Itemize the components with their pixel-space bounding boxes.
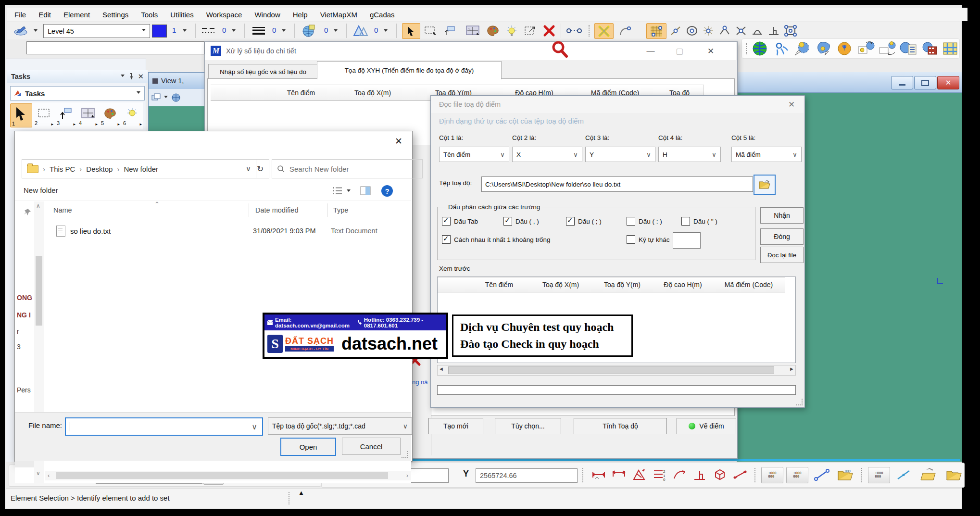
menu-window[interactable]: Window xyxy=(254,11,280,19)
line-style-icon[interactable] xyxy=(200,25,217,37)
color-dropdown-arrow[interactable] xyxy=(183,29,187,34)
zoom-search-icon[interactable] xyxy=(551,40,568,58)
doc-lai-file-button[interactable]: Đọc lại file xyxy=(760,247,804,263)
checkbox-box[interactable] xyxy=(681,217,690,226)
snap-perpendicular-icon[interactable] xyxy=(766,24,781,38)
dialog-xuly-titlebar[interactable]: M Xử lý số liệu đo chi tiết — ▢ ✕ xyxy=(205,42,736,60)
checkbox-box[interactable] xyxy=(566,217,575,226)
partial-link-text[interactable]: ng nà xyxy=(412,378,428,386)
xyz-label-icon[interactable] xyxy=(868,467,890,483)
sort-ascending-chevron[interactable]: ⌃ xyxy=(154,201,160,208)
file-path-input[interactable]: C:\Users\MSI\Desktop\New folder\so lieu … xyxy=(481,176,753,192)
snap-center-icon[interactable] xyxy=(685,24,699,38)
task-palette-tool[interactable]: 5 ▸ xyxy=(100,103,121,126)
breadcrumb-bar[interactable]: › This PC › Desktop › New folder ∨ xyxy=(22,159,256,178)
file-list-hscrollbar[interactable]: ‹ › xyxy=(45,471,411,480)
geographic-globe-icon[interactable] xyxy=(751,40,769,57)
checkbox-dau-nhay[interactable]: Dấu ( " ) xyxy=(681,217,717,226)
cancel-button[interactable]: Cancel xyxy=(342,438,401,455)
ky-t u-khac-input[interactable] xyxy=(673,232,701,249)
measure-radius-icon[interactable] xyxy=(610,467,628,482)
view-mode-arrow[interactable] xyxy=(347,189,351,194)
checkbox-dau-tab[interactable]: Dấu Tab xyxy=(442,217,478,226)
view-display-mode-icon[interactable] xyxy=(151,93,161,102)
column-header-type[interactable]: Type xyxy=(333,206,348,214)
explorer-close-button[interactable]: ✕ xyxy=(389,133,408,149)
browse-file-button[interactable] xyxy=(754,175,776,195)
y-coordinate-input[interactable] xyxy=(476,468,578,483)
scroll-left-arrow[interactable]: ◄ xyxy=(439,366,444,372)
breadcrumb-desktop[interactable]: Desktop xyxy=(86,165,113,173)
status-popup-arrow[interactable]: ▲ xyxy=(298,489,304,496)
file-name-dropdown-arrow[interactable]: ∨ xyxy=(251,422,257,431)
hscroll-thumb[interactable] xyxy=(56,472,388,479)
preview-pane-icon[interactable] xyxy=(360,186,371,196)
measure-length-icon[interactable] xyxy=(671,467,688,482)
scroll-right-arrow[interactable]: ► xyxy=(789,366,794,372)
dialog-xuly-restore[interactable]: ▢ xyxy=(669,42,690,60)
xyz-text-export-icon[interactable] xyxy=(761,467,783,483)
task-bulb-tool[interactable]: 6 ▸ xyxy=(122,103,143,126)
pv-col-toa-do-y[interactable]: Toạ độ Y(m) xyxy=(591,277,653,292)
view-display-mode-arrow[interactable] xyxy=(164,96,168,100)
slope-line-icon[interactable] xyxy=(894,467,913,482)
slope-annotation-icon[interactable] xyxy=(812,467,831,482)
checkbox-box[interactable] xyxy=(627,217,635,226)
menu-settings[interactable]: Settings xyxy=(102,11,128,19)
active-element-template-icon[interactable] xyxy=(11,23,31,38)
snap-midpoint-icon[interactable] xyxy=(717,24,732,38)
file-row[interactable]: so lieu do.txt 31/08/2021 9:03 PM Text D… xyxy=(45,223,411,239)
resize-grip[interactable] xyxy=(796,399,803,405)
menu-help[interactable]: Help xyxy=(293,11,308,19)
export-to-globe-icon[interactable] xyxy=(856,40,876,57)
view-close-button[interactable]: ✕ xyxy=(937,76,959,89)
pv-col-do-cao-h[interactable]: Độ cao H(m) xyxy=(653,277,713,292)
nav-scroll-up-arrow[interactable]: ∧ xyxy=(36,202,40,209)
tao-moi-button[interactable]: Tạo mới xyxy=(428,418,483,434)
col3-combo[interactable]: Y∨ xyxy=(585,147,655,162)
dialog-doc-file-close[interactable]: ✕ xyxy=(782,96,801,113)
ve-diem-button[interactable]: Vẽ điểm xyxy=(677,418,736,434)
open-button[interactable]: Open xyxy=(280,438,336,456)
search-input[interactable] xyxy=(289,164,406,174)
menu-workspace[interactable]: Workspace xyxy=(206,11,242,19)
checkbox-box[interactable] xyxy=(503,217,512,226)
col2-combo[interactable]: X∨ xyxy=(512,147,582,162)
dlg1-col-ten-diem[interactable]: Tên điểm xyxy=(270,85,333,101)
nav-item[interactable]: Pers xyxy=(17,386,31,394)
placemark-pin-icon[interactable] xyxy=(835,40,854,57)
search-box[interactable] xyxy=(272,159,423,178)
nav-scroll-down-arrow[interactable]: ∨ xyxy=(36,470,40,477)
menu-tools[interactable]: Tools xyxy=(141,11,158,19)
xyz-text-import-icon[interactable] xyxy=(786,467,808,483)
col1-combo[interactable]: Tên điểm∨ xyxy=(439,147,509,162)
drop-element-chain-icon[interactable] xyxy=(565,24,584,38)
key-in-input[interactable] xyxy=(26,41,204,54)
pv-col-toa-do-x[interactable]: Toạ độ X(m) xyxy=(530,277,592,292)
tasks-combo[interactable]: Tasks xyxy=(10,86,145,101)
active-level-combo[interactable]: Level 45 xyxy=(43,24,150,38)
view-minimize-button[interactable] xyxy=(891,76,913,89)
snap-intersection-icon[interactable] xyxy=(734,24,748,38)
nav-item[interactable]: ONG xyxy=(17,294,32,302)
dong-button[interactable]: Đóng xyxy=(760,228,804,245)
snap-nearest-icon[interactable] xyxy=(668,24,683,38)
hscroll-left-arrow[interactable]: ‹ xyxy=(48,472,50,479)
dialog-xuly-close[interactable]: ✕ xyxy=(700,42,721,60)
transparency-icon[interactable] xyxy=(352,24,369,38)
task-fence-image-tool[interactable]: 4 ▸ xyxy=(77,103,99,126)
pin-icon[interactable] xyxy=(127,73,135,80)
menu-edit[interactable]: Edit xyxy=(38,11,51,19)
hscroll-right-arrow[interactable]: › xyxy=(406,472,408,479)
tab-nhap-so-lieu[interactable]: Nhập số liệu gốc và số liệu đo xyxy=(208,64,318,79)
modify-element-icon[interactable] xyxy=(522,24,539,38)
explorer-titlebar[interactable]: ✕ xyxy=(15,131,411,151)
open-map-icon[interactable] xyxy=(941,40,959,57)
menu-utilities[interactable]: Utilities xyxy=(170,11,193,19)
breadcrumb-dropdown-arrow[interactable]: ∨ xyxy=(246,164,251,173)
line-weight-icon[interactable] xyxy=(250,25,267,37)
dlg1-col-blank[interactable] xyxy=(211,85,270,101)
keypoint-snap-toggle[interactable] xyxy=(594,23,614,39)
nav-item[interactable]: r xyxy=(17,327,19,335)
tasks-menu-arrow[interactable] xyxy=(121,75,125,79)
